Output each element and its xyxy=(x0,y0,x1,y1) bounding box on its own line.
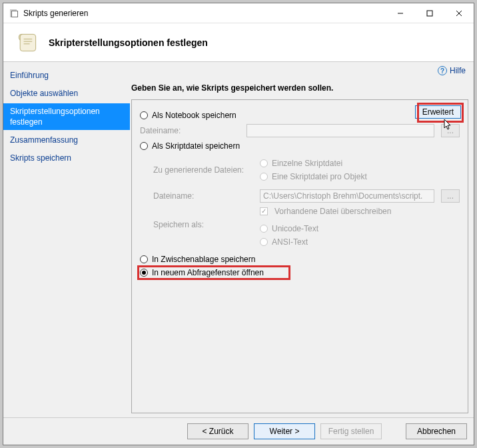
sidebar-item-summary[interactable]: Zusammenfassung xyxy=(3,132,130,148)
files-to-generate-label: Zu generierende Dateien: xyxy=(153,165,253,175)
close-button[interactable] xyxy=(444,3,474,23)
wizard-window: Skripts generieren Skripterstellungsopti… xyxy=(3,3,474,445)
radio-save-as-notebook[interactable]: Als Notebook speichern xyxy=(140,111,460,120)
help-label: Hilfe xyxy=(450,66,466,75)
advanced-button[interactable]: Erweitert xyxy=(415,105,461,119)
sidebar-item-select-objects[interactable]: Objekte auswählen xyxy=(3,85,130,101)
radio-icon xyxy=(140,269,148,277)
maximize-button[interactable] xyxy=(415,3,444,23)
radio-icon xyxy=(140,111,148,119)
overwrite-checkbox: ✓ xyxy=(260,207,268,215)
radio-label: Einzelne Skriptdatei xyxy=(272,159,342,168)
radio-label: In Zwischenablage speichern xyxy=(152,255,255,264)
radio-icon xyxy=(260,238,268,246)
filename-label: Dateiname: xyxy=(140,126,240,135)
radio-label: Eine Skriptdatei pro Objekt xyxy=(272,172,367,181)
cancel-button[interactable]: Abbrechen xyxy=(406,423,467,439)
notebook-filename-input xyxy=(246,124,434,137)
radio-single-file: Einzelne Skriptdatei xyxy=(260,159,460,168)
help-link[interactable]: ? Hilfe xyxy=(131,66,468,79)
radio-label: ANSI-Text xyxy=(272,237,308,247)
radio-save-as-scriptfile[interactable]: Als Skriptdatei speichern xyxy=(140,141,460,151)
radio-icon xyxy=(260,173,268,181)
window-title: Skripts generieren xyxy=(23,9,386,18)
radio-label: Als Notebook speichern xyxy=(152,111,237,120)
radio-ansi: ANSI-Text xyxy=(260,237,460,247)
radio-label: In neuem Abfragefenster öffnen xyxy=(152,268,264,277)
help-icon: ? xyxy=(438,66,447,75)
radio-label: Als Skriptdatei speichern xyxy=(152,141,240,151)
app-icon xyxy=(9,8,19,19)
options-panel: Erweitert Als Notebook speichern Dateina… xyxy=(131,99,468,413)
main-content: ? Hilfe Geben Sie an, wie Skripts gespei… xyxy=(130,62,474,417)
save-as-label: Speichern als: xyxy=(153,220,253,229)
radio-icon xyxy=(140,142,148,150)
radio-open-new-query-window[interactable]: In neuem Abfragefenster öffnen xyxy=(140,268,460,277)
radio-icon xyxy=(140,255,148,263)
finish-button: Fertig stellen xyxy=(320,423,382,439)
radio-label: Unicode-Text xyxy=(272,224,318,233)
radio-file-per-object: Eine Skriptdatei pro Objekt xyxy=(260,172,460,181)
browse-button: ... xyxy=(441,189,460,203)
sidebar-item-script-options[interactable]: Skripterstellungsoptionen festlegen xyxy=(3,103,130,130)
sidebar-item-intro[interactable]: Einführung xyxy=(3,67,130,83)
minimize-button[interactable] xyxy=(386,3,415,23)
scriptfile-filename-label: Dateiname: xyxy=(153,191,253,201)
browse-button: ... xyxy=(441,124,460,137)
wizard-header: Skripterstellungsoptionen festlegen xyxy=(3,23,474,62)
sidebar-item-save-scripts[interactable]: Skripts speichern xyxy=(3,150,130,166)
svg-rect-0 xyxy=(427,11,432,16)
titlebar: Skripts generieren xyxy=(3,3,474,23)
notebook-filename-row: Dateiname: ... xyxy=(140,124,460,137)
page-title: Skripterstellungsoptionen festlegen xyxy=(49,37,208,48)
scriptfile-filename-input: C:\Users\Christoph Brehm\Documents\scrip… xyxy=(260,189,434,203)
back-button[interactable]: < Zurück xyxy=(187,423,248,439)
instruction-text: Geben Sie an, wie Skripts gespeichert we… xyxy=(131,83,468,93)
radio-icon xyxy=(260,225,268,233)
wizard-footer: < Zurück Weiter > Fertig stellen Abbrech… xyxy=(3,417,474,445)
radio-unicode: Unicode-Text xyxy=(260,224,460,233)
sidebar: Einführung Objekte auswählen Skripterste… xyxy=(3,62,130,417)
script-scroll-icon xyxy=(15,31,39,55)
next-button[interactable]: Weiter > xyxy=(254,423,315,439)
overwrite-label: Vorhandene Datei überschreiben xyxy=(274,207,391,216)
radio-icon xyxy=(260,159,268,167)
wizard-body: Einführung Objekte auswählen Skripterste… xyxy=(3,62,474,417)
radio-save-to-clipboard[interactable]: In Zwischenablage speichern xyxy=(140,255,460,264)
